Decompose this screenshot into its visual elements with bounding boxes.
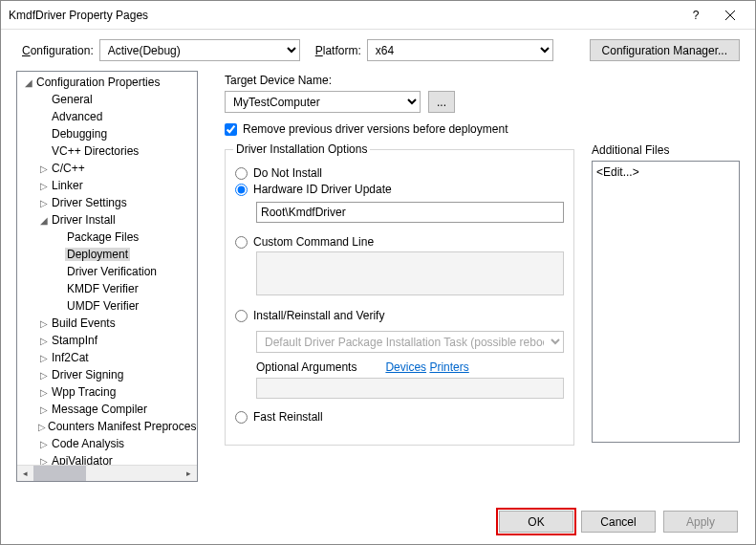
group-title: Driver Installation Options xyxy=(233,142,370,156)
tree-item-driver-settings[interactable]: ▷Driver Settings xyxy=(17,194,197,211)
caret-right-icon: ▷ xyxy=(38,387,50,398)
configuration-manager-button[interactable]: Configuration Manager... xyxy=(590,39,740,61)
additional-files-label: Additional Files xyxy=(592,143,740,157)
form-panel: Target Device Name: MyTestComputer ... R… xyxy=(198,71,740,482)
config-row: Configuration: Active(Debug) Platform: x… xyxy=(1,30,755,71)
printers-link[interactable]: Printers xyxy=(429,360,468,374)
hardware-id-label: Hardware ID Driver Update xyxy=(253,183,392,196)
caret-right-icon: ▷ xyxy=(38,404,50,415)
configuration-select[interactable]: Active(Debug) xyxy=(99,39,300,61)
tree-item-linker[interactable]: ▷Linker xyxy=(17,177,197,194)
tree-item-stampinf[interactable]: ▷StampInf xyxy=(17,332,197,349)
platform-label: Platform: xyxy=(315,44,361,57)
tree-item-driver-install[interactable]: ◢Driver Install xyxy=(17,211,197,229)
install-verify-label: Install/Reinstall and Verify xyxy=(253,309,384,322)
caret-right-icon: ▷ xyxy=(38,336,50,346)
tree-item-counters-manifest-preproces[interactable]: ▷Counters Manifest Preproces xyxy=(17,418,197,435)
edit-placeholder: <Edit...> xyxy=(596,165,639,179)
do-not-install-radio[interactable] xyxy=(235,167,248,180)
caret-right-icon: ▷ xyxy=(38,164,50,174)
tree-item-driver-verification[interactable]: Driver Verification xyxy=(17,263,197,280)
optional-args-input[interactable] xyxy=(256,378,564,399)
custom-cmd-textarea[interactable] xyxy=(256,251,564,295)
tree-item-deployment[interactable]: Deployment xyxy=(17,246,197,263)
caret-right-icon: ▷ xyxy=(38,353,50,363)
property-pages-dialog: KmdfDriver Property Pages ? Configuratio… xyxy=(0,0,756,545)
tree-item-code-analysis[interactable]: ▷Code Analysis xyxy=(17,435,197,452)
install-verify-radio[interactable] xyxy=(235,310,248,322)
fast-reinstall-label: Fast Reinstall xyxy=(253,410,323,424)
browse-target-button[interactable]: ... xyxy=(428,91,455,113)
caret-right-icon: ▷ xyxy=(38,370,50,381)
configuration-label: Configuration: xyxy=(22,44,94,57)
tree-item-kmdf-verifier[interactable]: KMDF Verifier xyxy=(17,280,197,297)
main-area: ◢Configuration PropertiesGeneralAdvanced… xyxy=(1,71,755,482)
tree-item-c-c-[interactable]: ▷C/C++ xyxy=(17,160,197,177)
tree-item-umdf-verifier[interactable]: UMDF Verifier xyxy=(17,297,197,315)
remove-previous-checkbox[interactable] xyxy=(225,123,237,136)
scroll-thumb[interactable] xyxy=(33,466,86,482)
fast-reinstall-radio[interactable] xyxy=(235,411,248,424)
help-button[interactable]: ? xyxy=(679,2,713,29)
tree-root[interactable]: ◢Configuration Properties xyxy=(17,74,197,91)
apply-button[interactable]: Apply xyxy=(663,511,738,533)
cancel-button[interactable]: Cancel xyxy=(581,511,656,533)
caret-right-icon: ▷ xyxy=(38,422,46,432)
tree-item-advanced[interactable]: Advanced xyxy=(17,108,197,125)
caret-right-icon: ▷ xyxy=(38,439,50,449)
hardware-id-radio[interactable] xyxy=(235,184,248,196)
titlebar: KmdfDriver Property Pages ? xyxy=(1,1,755,30)
remove-previous-label: Remove previous driver versions before d… xyxy=(243,122,508,136)
tree-item-debugging[interactable]: Debugging xyxy=(17,125,197,142)
close-icon xyxy=(725,11,735,20)
tree-item-vc-directories[interactable]: VC++ Directories xyxy=(17,142,197,160)
tree-item-message-compiler[interactable]: ▷Message Compiler xyxy=(17,401,197,418)
ok-button[interactable]: OK xyxy=(499,511,573,533)
caret-right-icon: ▷ xyxy=(38,198,50,208)
platform-select[interactable]: x64 xyxy=(367,39,553,61)
caret-down-icon: ◢ xyxy=(23,77,34,88)
custom-cmd-label: Custom Command Line xyxy=(253,235,374,249)
scroll-right-button[interactable]: ▸ xyxy=(181,466,197,482)
do-not-install-label: Do Not Install xyxy=(253,166,322,180)
tree-horizontal-scrollbar[interactable]: ◂ ▸ xyxy=(17,465,197,481)
tree-item-inf2cat[interactable]: ▷Inf2Cat xyxy=(17,349,197,366)
scroll-track[interactable] xyxy=(33,466,181,482)
install-task-select[interactable]: Default Driver Package Installation Task… xyxy=(256,331,564,353)
tree-panel: ◢Configuration PropertiesGeneralAdvanced… xyxy=(16,71,198,482)
custom-cmd-radio[interactable] xyxy=(235,236,248,249)
devices-link[interactable]: Devices xyxy=(385,360,426,374)
tree-item-build-events[interactable]: ▷Build Events xyxy=(17,315,197,332)
additional-files-listbox[interactable]: <Edit...> xyxy=(592,161,740,443)
hardware-id-input[interactable] xyxy=(256,202,564,223)
tree-item-package-files[interactable]: Package Files xyxy=(17,229,197,246)
target-device-select[interactable]: MyTestComputer xyxy=(225,91,421,113)
caret-right-icon: ▷ xyxy=(38,181,50,191)
scroll-left-button[interactable]: ◂ xyxy=(17,466,33,482)
tree-item-driver-signing[interactable]: ▷Driver Signing xyxy=(17,366,197,383)
caret-down-icon: ◢ xyxy=(38,215,50,226)
close-button[interactable] xyxy=(713,2,747,29)
optional-args-label: Optional Arguments xyxy=(256,360,356,374)
tree-item-wpp-tracing[interactable]: ▷Wpp Tracing xyxy=(17,383,197,401)
tree-item-general[interactable]: General xyxy=(17,91,197,108)
caret-right-icon: ▷ xyxy=(38,318,50,329)
target-device-label: Target Device Name: xyxy=(225,74,740,87)
driver-install-options-group: Driver Installation Options Do Not Insta… xyxy=(225,149,574,446)
dialog-footer: OK Cancel Apply xyxy=(499,511,738,533)
window-title: KmdfDriver Property Pages xyxy=(9,9,679,22)
